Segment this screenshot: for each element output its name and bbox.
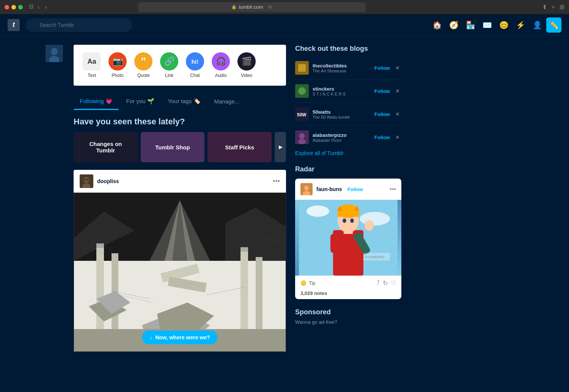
recently-seen-title: Have you seen these lately? [74,117,286,127]
close-button[interactable] [5,5,9,9]
account-face-button[interactable]: 😊 [496,17,511,33]
explore-nav-button[interactable]: 🧭 [446,17,461,33]
more-card-icon: ▶ [279,144,282,150]
blog-subtitle-stinckers: S T I N C K E R S [313,92,371,96]
blog-subtitle-50watts: The 50 Watts tumblr [313,115,371,119]
blog-name-thecollectibles: thecollectibles [313,63,371,69]
browser-chrome: ⊟ ‹ › 🔒 tumblr.com ↻ ⬆ + ⊞ [0,0,569,14]
compose-button[interactable]: ✏️ [546,17,561,33]
shop-nav-button[interactable]: 🏪 [463,17,478,33]
forward-button[interactable]: › [43,3,48,11]
explore-all-link[interactable]: Explore all of Tumblr [295,150,401,156]
recently-card-changes[interactable]: Changes onTumblr [74,132,138,162]
tab-for-you[interactable]: For you 🌱 [120,93,160,109]
compose-chat-button[interactable]: hi! Chat [186,52,204,78]
reload-icon[interactable]: ↻ [268,4,272,10]
compose-text-button[interactable]: Aa Text [83,52,101,78]
compose-audio-label: Audio [215,73,227,78]
compose-video-label: Video [241,73,252,78]
like-icon[interactable]: ♡ [391,279,396,287]
minimize-button[interactable] [11,5,16,9]
recently-card-staff[interactable]: Staff Picks [207,132,272,162]
compose-video-button[interactable]: 🎬 Video [237,52,256,78]
follow-thecollectibles-button[interactable]: Follow [374,65,390,71]
compose-photo-button[interactable]: 📷 Photo [108,52,127,78]
svg-point-53 [360,212,390,226]
maximize-button[interactable] [18,5,23,9]
share-icon[interactable]: ⬆ [542,3,547,11]
blog-name-50watts: 50watts [313,109,371,115]
radar-more-button[interactable]: ••• [390,186,396,193]
radar-actions: 🪙 Tip ⤴ ↻ ♡ [295,276,401,290]
follow-alabasterpizzo-button[interactable]: Follow [374,135,390,140]
post-author: doopliss [80,174,119,188]
radar-tip-button[interactable]: 🪙 Tip [300,280,316,286]
url-bar[interactable]: 🔒 tumblr.com ↻ [138,2,366,12]
post-card: doopliss ••• [74,170,286,352]
dismiss-alabasterpizzo-button[interactable]: ✕ [394,134,401,140]
svg-point-4 [84,177,89,183]
radar-notes: 3,029 notes [295,290,401,299]
blog-info-thecollectibles: thecollectibles The Art Showcase [313,63,371,73]
follow-stinckers-button[interactable]: Follow [374,88,390,94]
text-compose-icon: Aa [87,58,96,66]
blog-avatar-stinckers[interactable] [295,84,309,98]
compose-photo-label: Photo [112,73,123,78]
link-compose-icon: 🔗 [164,56,174,66]
new-tab-icon[interactable]: + [552,4,555,11]
blog-avatar-50watts[interactable]: 50W [295,107,309,121]
svg-point-1 [51,48,58,55]
audio-compose-icon: 🎧 [216,56,226,66]
compose-link-button[interactable]: 🔗 Link [160,52,178,78]
radar-image: FAUNBURG [295,200,401,276]
blog-avatar-thecollectibles[interactable] [295,61,309,75]
feed-tabs: Following 💗 For you 🌱 Your tags 🏷️ Manag… [74,93,286,109]
staff-card-label: Staff Picks [225,144,254,151]
radar-card-header: faun-buns Follow ••• [295,179,401,200]
scroll-to-now-button[interactable]: ↓ Now, where were we? [142,331,217,344]
svg-point-52 [307,205,329,217]
radar-user-avatar[interactable] [300,183,313,195]
reblog-icon[interactable]: ↻ [383,279,388,287]
dismiss-50watts-button[interactable]: ✕ [394,111,401,117]
compose-text-label: Text [88,73,96,78]
recently-card-more[interactable]: ▶ [275,132,286,162]
user-avatar[interactable] [46,45,63,62]
video-compose-icon: 🎬 [242,56,252,66]
blog-subtitle-alabasterpizzo: Alabaster Pizzo [313,138,371,143]
search-input[interactable] [26,18,132,32]
tab-manage[interactable]: Manage... [208,93,246,109]
compose-audio-button[interactable]: 🎧 Audio [212,52,230,78]
inbox-nav-button[interactable]: ✉️ [479,17,495,33]
back-button[interactable]: ‹ [36,3,41,11]
dismiss-thecollectibles-button[interactable]: ✕ [394,65,401,71]
radar-username[interactable]: faun-buns [316,186,342,192]
tab-your-tags[interactable]: Your tags 🏷️ [162,93,207,109]
activity-nav-button[interactable]: ⚡ [513,17,528,33]
tip-coin-icon: 🪙 [300,280,307,286]
compose-quote-button[interactable]: " Quote [134,52,152,78]
follow-50watts-button[interactable]: Follow [374,111,390,117]
tab-following[interactable]: Following 💗 [74,93,119,109]
dismiss-stinckers-button[interactable]: ✕ [394,88,401,94]
radar-title: Radar [295,165,401,173]
blog-avatar-alabasterpizzo[interactable] [295,130,309,144]
divider-1 [295,79,401,80]
post-author-avatar[interactable] [80,174,93,188]
recently-card-shop[interactable]: Tumblr Shop [141,132,205,162]
center-feed: Aa Text 📷 Photo " Quote 🔗 [74,45,286,352]
tumblr-logo[interactable]: t [8,19,20,31]
sidebar-toggle-icon[interactable]: ⊟ [29,3,34,11]
changes-card-label: Changes onTumblr [86,138,125,157]
share-post-icon[interactable]: ⤴ [377,279,380,287]
sponsored-text: Wanna go ad-free? [295,319,401,325]
account-nav-button[interactable]: 👤 [530,17,545,33]
home-nav-button[interactable]: 🏠 [429,17,445,33]
compose-chat-label: Chat [190,73,200,78]
security-icon: 🔒 [231,5,237,9]
radar-follow-button[interactable]: Follow [347,187,363,192]
post-username[interactable]: doopliss [97,178,119,184]
post-options-button[interactable]: ••• [273,177,280,185]
tabs-icon[interactable]: ⊞ [560,3,564,11]
left-sidebar [46,45,64,352]
